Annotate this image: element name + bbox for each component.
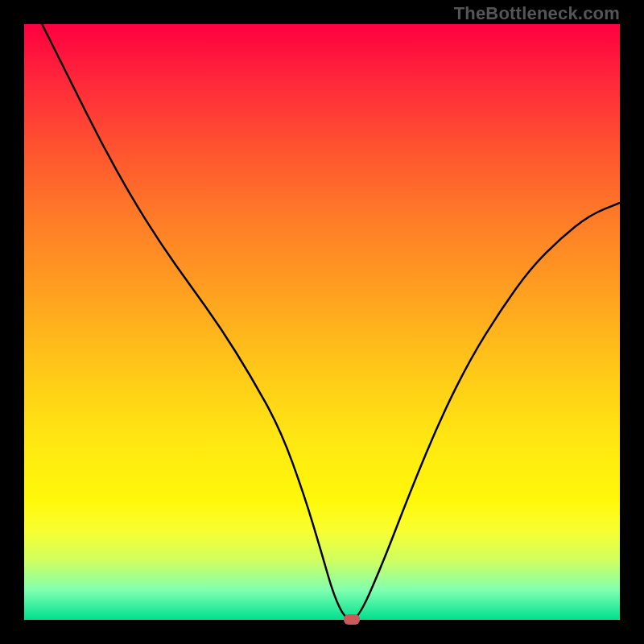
watermark-text: TheBottleneck.com bbox=[454, 3, 620, 24]
plot-area bbox=[24, 24, 620, 620]
optimum-marker bbox=[344, 614, 360, 625]
curve-layer bbox=[24, 24, 620, 620]
bottleneck-curve bbox=[42, 24, 620, 620]
chart-frame: TheBottleneck.com bbox=[0, 0, 644, 644]
